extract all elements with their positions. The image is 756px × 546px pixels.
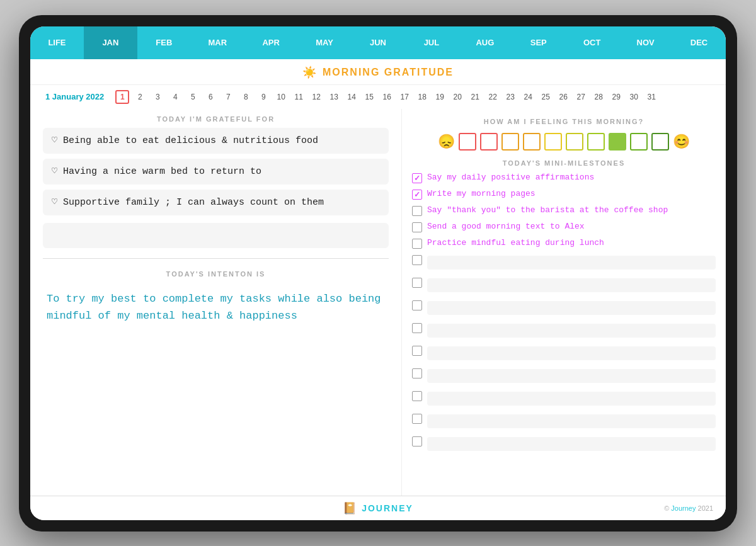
day-31[interactable]: 31 [644,90,658,104]
day-17[interactable]: 17 [398,90,411,104]
day-19[interactable]: 19 [433,90,447,104]
day-12[interactable]: 12 [309,90,323,104]
milestone-check-blank-6[interactable] [412,368,422,378]
day-15[interactable]: 15 [362,90,376,104]
tab-jun[interactable]: JUN [352,26,405,59]
milestone-blank-5 [412,342,716,365]
tab-life[interactable]: LIFE [30,26,84,59]
milestone-blank-1 [412,251,716,274]
milestone-blank-7 [412,387,716,410]
day-14[interactable]: 14 [345,90,358,104]
milestone-check-blank-7[interactable] [412,391,422,401]
date-link[interactable]: 1 January 2022 [45,92,104,101]
divider [43,258,389,259]
day-27[interactable]: 27 [574,90,588,104]
tab-sep[interactable]: SEP [512,26,565,59]
milestone-blank-2 [412,274,716,297]
intention-text: To try my best to complete my tasks whil… [43,283,389,332]
day-18[interactable]: 18 [415,90,429,104]
milestone-check-blank-5[interactable] [412,346,422,356]
milestone-blank-6 [412,365,716,387]
tab-may[interactable]: MAY [298,26,352,59]
tab-feb[interactable]: FEB [137,26,191,59]
milestone-check-blank-9[interactable] [412,436,422,446]
journey-icon: 📔 [343,501,358,515]
day-9[interactable]: 9 [256,90,270,104]
milestone-check-3[interactable] [412,206,422,216]
feeling-box-3[interactable] [501,133,519,151]
feeling-box-10[interactable] [651,133,669,151]
milestone-4: Send a good morning text to Alex [412,219,716,235]
feeling-box-8[interactable] [609,133,626,151]
day-16[interactable]: 16 [380,90,394,104]
milestone-check-2[interactable]: ✓ [412,190,422,200]
day-21[interactable]: 21 [468,90,482,104]
milestone-check-blank-2[interactable] [412,278,422,288]
intention-section: To try my best to complete my tasks whil… [30,283,401,332]
milestone-blank-line-5 [427,346,716,360]
sun-icon: ☀️ [302,65,318,79]
tab-dec[interactable]: DEC [672,26,726,59]
day-26[interactable]: 26 [556,90,570,104]
milestone-blank-line-8 [427,414,716,428]
milestone-blank-line-3 [427,301,716,315]
day-23[interactable]: 23 [503,90,517,104]
milestone-3: Say "thank you" to the barista at the co… [412,202,716,219]
day-20[interactable]: 20 [450,90,464,104]
milestone-check-blank-1[interactable] [412,255,422,265]
feeling-box-2[interactable] [480,133,498,151]
grateful-section: ♡ Being able to eat delicious & nutritio… [30,128,401,220]
milestone-blank-9 [412,433,716,455]
day-5[interactable]: 5 [186,90,200,104]
milestone-text-1: Say my daily positive affirmations [427,172,594,183]
footer: 📔 JOURNEY © Journey 2021 [30,496,726,520]
tab-jul[interactable]: JUL [404,26,458,59]
nav-tabs: LIFE JAN FEB MAR APR MAY JUN JUL [30,26,726,59]
day-6[interactable]: 6 [203,90,217,104]
tab-aug[interactable]: AUG [458,26,512,59]
day-25[interactable]: 25 [539,90,553,104]
milestone-blank-8 [412,410,716,433]
milestone-blank-line-1 [427,256,716,270]
day-2[interactable]: 2 [133,90,147,104]
day-11[interactable]: 11 [292,90,306,104]
milestone-check-blank-3[interactable] [412,300,422,310]
milestone-blank-4 [412,319,716,342]
feeling-box-6[interactable] [566,133,583,151]
day-22[interactable]: 22 [486,90,500,104]
milestone-check-5[interactable] [412,239,422,249]
day-13[interactable]: 13 [327,90,341,104]
tab-oct[interactable]: OCT [565,26,619,59]
milestone-check-blank-8[interactable] [412,414,422,424]
milestone-5: Practice mindful eating during lunch [412,235,716,251]
day-30[interactable]: 30 [627,90,641,104]
day-4[interactable]: 4 [168,90,182,104]
feeling-box-4[interactable] [523,133,541,151]
grateful-item-1: ♡ Being able to eat delicious & nutritio… [43,128,389,154]
day-10[interactable]: 10 [274,90,288,104]
day-29[interactable]: 29 [609,90,623,104]
tab-apr[interactable]: APR [244,26,298,59]
feeling-box-7[interactable] [587,133,605,151]
feeling-row: 😞 😊 [412,129,716,154]
journey-link[interactable]: Journey [671,504,696,512]
day-24[interactable]: 24 [521,90,535,104]
tab-jan[interactable]: JAN [84,26,137,59]
day-8[interactable]: 8 [239,90,253,104]
milestone-check-4[interactable] [412,222,422,232]
milestone-check-blank-4[interactable] [412,323,422,333]
day-28[interactable]: 28 [592,90,605,104]
day-3[interactable]: 3 [151,90,164,104]
tab-mar[interactable]: MAR [191,26,244,59]
milestone-check-1[interactable]: ✓ [412,173,422,183]
milestone-text-4: Send a good morning text to Alex [427,221,585,232]
milestone-2: ✓ Write my morning pages [412,186,716,202]
happy-emoji: 😊 [673,134,690,150]
feeling-box-5[interactable] [544,133,562,151]
feeling-box-1[interactable] [459,133,476,151]
milestone-1: ✓ Say my daily positive affirmations [412,169,716,186]
day-1[interactable]: 1 [115,90,129,104]
day-7[interactable]: 7 [221,90,235,104]
tab-nov[interactable]: NOV [619,26,672,59]
feeling-box-9[interactable] [630,133,648,151]
